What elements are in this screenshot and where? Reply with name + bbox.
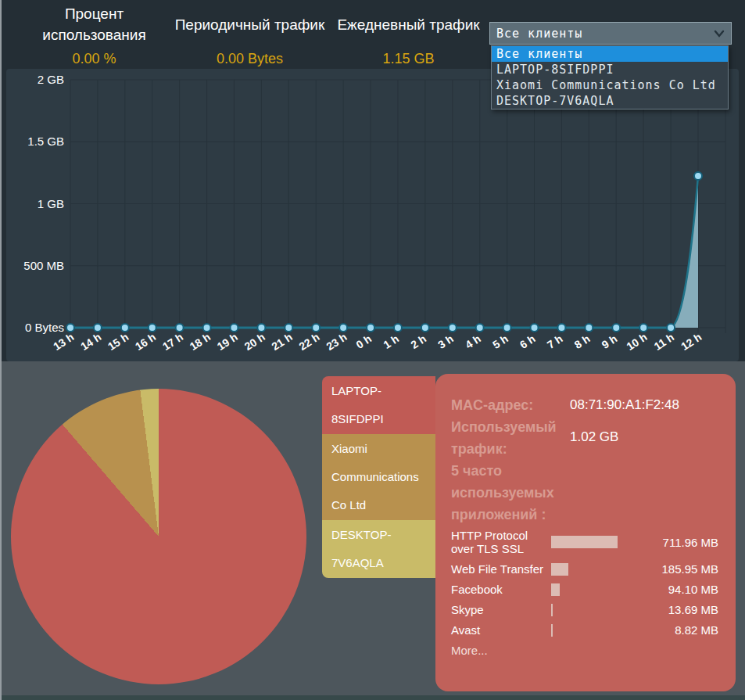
traffic-area-chart: 2 GB1.5 GB1 GB500 MB0 Bytes13 h14 h15 h1… [6,69,739,361]
top-apps-list: HTTP Protocol over TLS SSL711.96 MBWeb F… [451,529,718,637]
svg-text:12 h: 12 h [679,330,704,353]
data-point [612,324,620,332]
svg-text:21 h: 21 h [269,330,294,353]
svg-text:9 h: 9 h [600,332,620,351]
app-name: Skype [451,603,551,616]
app-usage-bar [551,604,553,616]
data-point [94,324,102,332]
app-value: 711.96 MB [628,536,718,549]
app-value: 13.69 MB [628,603,718,616]
stat-label: Периодичный трафик [174,3,326,45]
client-option[interactable]: DESKTOP-7V6AQLA [492,93,728,109]
app-name: HTTP Protocol over TLS SSL [451,529,551,555]
svg-text:20 h: 20 h [242,330,267,353]
data-point [503,324,511,332]
used-traffic-label: Используемый трафик: [451,416,570,460]
app-value: 94.10 MB [628,583,718,596]
data-point [694,172,702,180]
svg-text:23 h: 23 h [324,330,349,353]
data-point [285,324,292,332]
svg-text:11 h: 11 h [652,331,677,353]
svg-text:0 h: 0 h [353,332,374,351]
stat-value: 0.00 % [14,51,174,67]
data-point [421,324,429,332]
legend-item[interactable]: Xiaomi Communications Co Ltd [322,434,435,520]
stat-label: Процент использования [14,3,174,45]
stat-usage-percent: Процент использования 0.00 % [14,3,174,67]
svg-text:500 MB: 500 MB [23,259,64,272]
svg-text:8 h: 8 h [572,332,593,351]
y-axis-labels: 2 GB1.5 GB1 GB500 MB0 Bytes [23,73,64,334]
mac-label: MAC-адрес: [451,394,570,416]
data-point [585,324,593,332]
svg-text:4 h: 4 h [463,332,483,351]
client-select-value: Все клиенты [496,27,582,41]
data-point [476,324,484,332]
svg-text:1 h: 1 h [381,332,401,351]
svg-text:2 h: 2 h [408,332,428,351]
mac-value: 08:71:90:A1:F2:48 [570,394,679,416]
data-point [667,324,675,332]
app-usage-bar [551,563,568,576]
bottom-divider [0,695,745,700]
stat-value: 1.15 GB [324,51,492,67]
svg-text:22 h: 22 h [296,330,321,353]
app-value: 185.95 MB [628,562,718,576]
svg-text:2 GB: 2 GB [38,73,64,86]
data-point [203,324,211,332]
svg-text:3 h: 3 h [435,332,456,351]
legend-item[interactable]: DESKTOP-7V6AQLA [322,520,435,578]
svg-text:0 Bytes: 0 Bytes [25,321,64,334]
stat-label: Ежедневный трафик [324,3,492,45]
legend-item[interactable]: LAPTOP-8SIFDPPI [322,376,435,434]
page-left-edge [0,0,2,700]
client-option[interactable]: Xiaomi Communications Co Ltd [492,77,728,93]
data-point [449,324,457,332]
svg-text:17 h: 17 h [160,330,185,353]
data-point [639,324,647,332]
svg-text:15 h: 15 h [106,330,131,353]
grid-lines [70,80,725,333]
area-fill [671,176,698,328]
svg-text:18 h: 18 h [188,330,213,353]
app-usage-bar [551,583,560,596]
app-row: Avast8.82 MB [451,623,718,637]
data-point [149,324,156,332]
data-point [394,324,402,332]
hourly-traffic-chart-panel: 2 GB1.5 GB1 GB500 MB0 Bytes13 h14 h15 h1… [6,69,739,361]
data-point [367,324,374,332]
app-name: Avast [451,623,551,637]
data-point [557,324,565,332]
svg-text:1 GB: 1 GB [38,197,64,210]
traffic-pie-chart[interactable] [11,389,306,684]
chevron-down-icon [714,30,725,38]
svg-text:10 h: 10 h [624,330,649,353]
data-point [121,324,129,332]
stat-daily-traffic: Ежедневный трафик 1.15 GB [324,3,492,67]
client-detail-panel: MAC-адрес: 08:71:90:A1:F2:48 Используемы… [435,374,736,691]
app-name: Facebook [451,583,551,596]
app-row: Web File Transfer185.95 MB [451,562,718,576]
more-link[interactable]: More... [451,644,718,657]
svg-text:1.5 GB: 1.5 GB [27,135,64,148]
client-select-dropdown: Все клиентыLAPTOP-8SIFDPPIXiaomi Communi… [491,45,729,109]
svg-text:14 h: 14 h [78,330,103,353]
data-point [257,324,265,332]
app-value: 8.82 MB [628,623,718,637]
client-option[interactable]: LAPTOP-8SIFDPPI [492,62,728,77]
app-usage-bar [551,536,618,548]
stat-value: 0.00 Bytes [174,51,326,67]
data-point [230,324,238,332]
svg-text:19 h: 19 h [215,330,240,353]
data-point [66,324,74,332]
data-point [176,324,184,332]
svg-text:7 h: 7 h [545,332,565,351]
stat-periodic-traffic: Периодичный трафик 0.00 Bytes [174,3,326,67]
svg-text:5 h: 5 h [490,332,510,351]
svg-text:6 h: 6 h [518,332,538,351]
data-point [531,324,539,332]
client-option[interactable]: Все клиенты [492,46,728,62]
top-apps-label: 5 часто используемых приложений : [451,460,584,526]
client-select[interactable]: Все клиенты [489,22,732,45]
app-row: Skype13.69 MB [451,603,718,616]
